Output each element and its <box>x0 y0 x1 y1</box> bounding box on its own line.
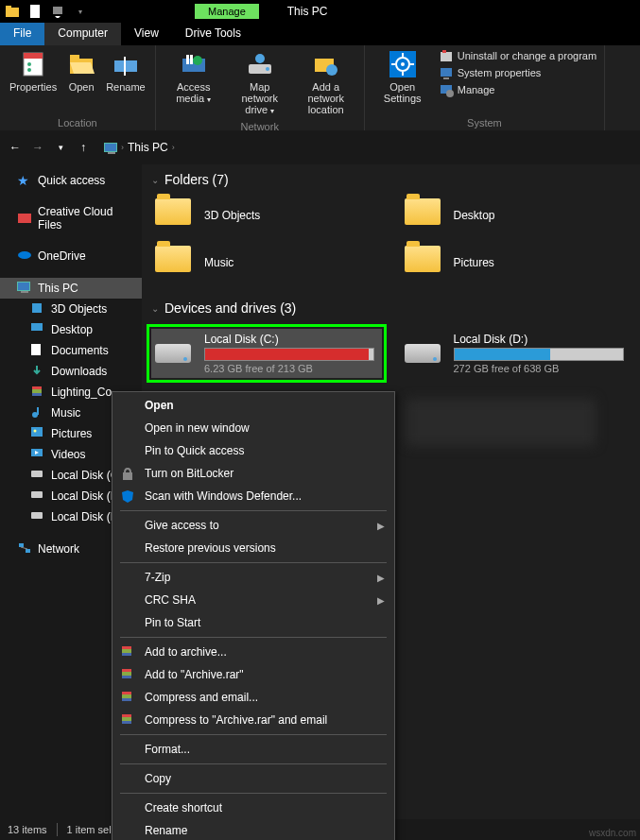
forward-button[interactable]: → <box>28 138 47 157</box>
manage-button[interactable]: Manage <box>437 81 598 98</box>
network-icon <box>17 541 32 557</box>
ctx-pin-quick-access[interactable]: Pin to Quick access <box>112 439 394 462</box>
ctx-pin-start[interactable]: Pin to Start <box>112 611 394 634</box>
ctx-restore-previous[interactable]: Restore previous versions <box>112 537 394 559</box>
svg-point-35 <box>18 251 31 259</box>
sidebar-item-creative-cloud[interactable]: Creative Cloud Files <box>0 202 142 234</box>
map-network-drive-button[interactable]: Map network drive ▾ <box>228 47 292 119</box>
folder-music[interactable]: Music <box>151 242 382 283</box>
svg-rect-41 <box>32 393 42 396</box>
folder-desktop[interactable]: Desktop <box>401 195 631 236</box>
settings-icon <box>388 49 418 79</box>
ctx-rename[interactable]: Rename <box>112 819 394 840</box>
system-properties-button[interactable]: System properties <box>437 64 598 81</box>
ctx-compress-email[interactable]: Compress and email... <box>112 686 394 709</box>
svg-rect-51 <box>26 549 30 553</box>
ctx-separator <box>120 734 387 735</box>
file-icon[interactable] <box>25 2 45 21</box>
sidebar-item-onedrive[interactable]: OneDrive <box>0 246 142 266</box>
recent-locations-dropdown[interactable]: ▾ <box>51 138 70 157</box>
tab-computer[interactable]: Computer <box>44 23 121 45</box>
properties-icon <box>18 49 48 79</box>
ctx-open-new-window[interactable]: Open in new window <box>112 417 394 439</box>
pc-icon <box>17 281 32 296</box>
ctx-give-access[interactable]: Give access to▶ <box>112 514 394 537</box>
music-icon <box>30 405 45 420</box>
ctx-format[interactable]: Format... <box>112 738 394 761</box>
svg-point-7 <box>27 68 31 72</box>
sidebar-item-quick-access[interactable]: ★Quick access <box>0 170 142 191</box>
tab-view[interactable]: View <box>121 23 172 45</box>
drive-local-c[interactable]: Local Disk (C:) 6.23 GB free of 213 GB <box>151 329 382 378</box>
svg-rect-30 <box>441 68 452 77</box>
sidebar-item-documents[interactable]: Documents <box>0 340 142 361</box>
sidebar-item-desktop[interactable]: Desktop <box>0 319 142 340</box>
rename-button[interactable]: Rename <box>102 47 149 94</box>
ctx-crc-sha[interactable]: CRC SHA▶ <box>112 589 394 611</box>
up-button[interactable]: ↑ <box>74 138 93 157</box>
ctx-bitlocker[interactable]: Turn on BitLocker <box>112 462 394 485</box>
svg-point-20 <box>326 64 337 76</box>
tab-file[interactable]: File <box>0 23 44 45</box>
folders-section-header[interactable]: ⌄ Folders (7) <box>151 168 631 195</box>
rar-icon <box>120 690 135 705</box>
rar-icon <box>120 712 135 728</box>
sidebar-item-this-pc[interactable]: This PC <box>0 278 142 299</box>
sidebar-item-downloads[interactable]: Downloads <box>0 361 142 382</box>
svg-line-52 <box>21 547 27 549</box>
rar-icon <box>30 385 45 400</box>
svg-rect-47 <box>31 471 43 477</box>
add-location-icon <box>311 49 341 79</box>
drive-local-d[interactable]: Local Disk (D:) 272 GB free of 638 GB <box>401 329 631 378</box>
ctx-add-archive-rar[interactable]: Add to "Archive.rar" <box>112 663 394 686</box>
open-settings-button[interactable]: Open Settings <box>371 47 435 106</box>
system-list: Uninstall or change a program System pro… <box>437 47 598 98</box>
ctx-copy[interactable]: Copy <box>112 767 394 790</box>
svg-point-33 <box>446 90 454 97</box>
sys-props-icon <box>439 65 454 80</box>
svg-rect-55 <box>122 646 131 649</box>
svg-rect-2 <box>30 5 40 18</box>
access-media-button[interactable]: Access media ▾ <box>162 47 226 108</box>
drive-icon <box>155 338 193 369</box>
tab-drive-tools[interactable]: Drive Tools <box>172 23 254 45</box>
svg-rect-49 <box>31 512 43 519</box>
uninstall-icon <box>439 48 454 63</box>
ctx-open[interactable]: Open <box>112 394 394 417</box>
chevron-down-icon: ⌄ <box>151 303 159 314</box>
svg-rect-62 <box>122 698 131 701</box>
breadcrumb-this-pc[interactable]: This PC <box>128 141 168 154</box>
ctx-add-archive[interactable]: Add to archive... <box>112 641 394 663</box>
svg-rect-44 <box>31 427 43 437</box>
svg-rect-37 <box>31 323 43 331</box>
manage-contextual-tab[interactable]: Manage <box>195 4 259 19</box>
chevron-right-icon: ▶ <box>377 573 385 583</box>
back-button[interactable]: ← <box>6 138 25 157</box>
properties-button[interactable]: Properties <box>6 47 61 94</box>
uninstall-program-button[interactable]: Uninstall or change a program <box>437 47 598 64</box>
folder-3d-objects[interactable]: 3D Objects <box>151 195 382 236</box>
drives-section-header[interactable]: ⌄ Devices and drives (3) <box>151 297 631 323</box>
pc-icon <box>104 143 117 152</box>
ctx-compress-rar-email[interactable]: Compress to "Archive.rar" and email <box>112 709 394 731</box>
add-network-location-button[interactable]: Add a network location <box>294 47 358 117</box>
open-button[interactable]: Open <box>62 47 100 94</box>
chevron-right-icon: ▶ <box>377 521 385 531</box>
rar-icon <box>120 644 135 660</box>
sidebar-item-3d-objects[interactable]: 3D Objects <box>0 299 142 319</box>
title-bar: ▾ Manage This PC <box>0 0 640 23</box>
folder-pictures[interactable]: Pictures <box>401 242 631 283</box>
ctx-create-shortcut[interactable]: Create shortcut <box>112 797 394 819</box>
address-bar[interactable]: › This PC › <box>104 141 634 154</box>
svg-rect-5 <box>24 53 43 59</box>
rar-icon <box>120 667 135 682</box>
folder-icon[interactable] <box>2 2 23 21</box>
svg-point-18 <box>255 54 265 63</box>
ribbon-group-system: Open Settings Uninstall or change a prog… <box>365 45 605 130</box>
svg-rect-53 <box>123 472 132 480</box>
ctx-7zip[interactable]: 7-Zip▶ <box>112 566 394 589</box>
qat-dropdown[interactable] <box>47 2 68 21</box>
ribbon: Properties Open Rename Location Access m… <box>0 45 640 130</box>
ctx-defender[interactable]: Scan with Windows Defender... <box>112 485 394 507</box>
svg-rect-29 <box>442 50 446 53</box>
